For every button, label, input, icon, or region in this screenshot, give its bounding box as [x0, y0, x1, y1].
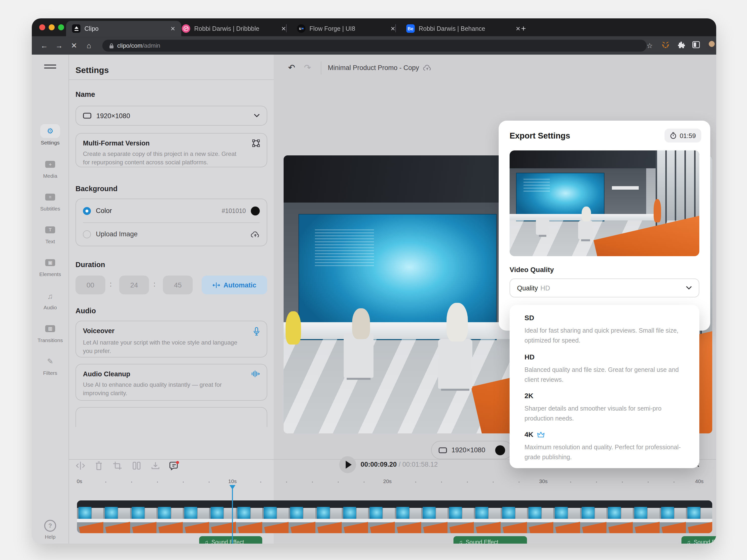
delete-trash-icon[interactable]	[93, 461, 104, 471]
playhead[interactable]	[232, 489, 233, 543]
left-rail: ⚙ Settings ＋ Media ≡ Subtitles T Text ▣ …	[32, 55, 69, 543]
tab-dribbble[interactable]: Robbi Darwis | Dribbble ✕	[177, 21, 291, 36]
color-radio[interactable]	[83, 207, 91, 215]
split-panes-icon[interactable]	[131, 461, 142, 471]
paintbrush-icon: ✎	[40, 354, 60, 368]
export-preview-thumbnail	[510, 151, 699, 256]
duration-seconds-input[interactable]: 45	[163, 275, 193, 294]
current-time: 00:00:09.20	[361, 461, 397, 468]
clipo-favicon	[72, 24, 80, 33]
sidebar-item-transitions[interactable]: ▥ Transitions	[32, 322, 69, 343]
download-icon[interactable]	[150, 461, 161, 471]
tab-behance[interactable]: Be Robbi Darwis | Behance ✕	[401, 21, 525, 36]
profile-avatar[interactable]	[706, 40, 716, 51]
back-icon[interactable]: ←	[37, 41, 52, 50]
close-tab-icon[interactable]: ✕	[170, 25, 175, 32]
duration-section-label: Duration	[76, 261, 105, 269]
background-color-row[interactable]: Color #101010	[83, 199, 260, 222]
extensions-puzzle-icon[interactable]	[677, 41, 687, 50]
background-upload-row[interactable]: Upload Image	[83, 222, 260, 246]
side-panel-icon[interactable]	[692, 41, 701, 50]
trim-split-icon[interactable]	[75, 461, 86, 471]
size-value: 1920×1080	[96, 112, 130, 119]
url-main: clipo/com	[117, 42, 142, 49]
home-icon[interactable]: ⌂	[81, 41, 96, 50]
duration-timer-badge: 01:59	[665, 129, 701, 142]
project-title[interactable]: Minimal Product Promo - Copy	[328, 64, 419, 72]
canvas-size-badge[interactable]: 1920×1080	[431, 441, 513, 459]
forward-icon[interactable]: →	[52, 41, 67, 50]
sidebar-item-subtitles[interactable]: ≡ Subtitles	[32, 190, 69, 212]
comments-icon[interactable]	[169, 461, 180, 471]
quality-select[interactable]: Quality HD	[510, 278, 699, 297]
background-color-dot[interactable]	[495, 445, 505, 455]
url-field[interactable]: clipo/com/admin	[102, 40, 647, 52]
monitor-icon	[439, 447, 447, 453]
bookmark-star-icon[interactable]: ☆	[645, 41, 654, 50]
color-hex-value: #101010	[222, 207, 246, 214]
panel-title: Settings	[76, 65, 109, 76]
tab-title: Flow Forge | UI8	[309, 25, 355, 32]
upload-radio[interactable]	[83, 230, 91, 238]
automatic-duration-button[interactable]: Automatic	[202, 275, 267, 294]
multi-format-card[interactable]: Multi-Format Version Create a separate c…	[76, 133, 267, 167]
sidebar-item-audio[interactable]: ♫ Audio	[32, 289, 69, 310]
new-tab-button[interactable]: +	[521, 21, 526, 36]
crop-icon[interactable]	[112, 461, 123, 471]
hamburger-menu-icon[interactable]	[44, 62, 56, 71]
size-select[interactable]: 1920×1080	[76, 106, 267, 126]
play-button[interactable]	[339, 456, 356, 473]
quality-dropdown-menu: SD Ideal for fast sharing and quick prev…	[510, 305, 699, 468]
sidebar-item-elements[interactable]: ▣ Elements	[32, 256, 69, 277]
sidebar-item-help[interactable]: ? Help	[32, 520, 69, 540]
close-tab-icon[interactable]: ✕	[516, 25, 520, 32]
subtitles-icon: ≡	[40, 190, 60, 204]
video-track[interactable]	[77, 501, 712, 533]
tab-ui8[interactable]: u Flow Forge | UI8 ✕	[292, 21, 400, 36]
duration-controls: 00 : 24 : 45 Automatic	[69, 275, 274, 294]
sound-effect-clip[interactable]: ♫Sound Effect	[681, 536, 716, 543]
tab-title: Clipo	[84, 25, 99, 32]
address-bar: ← → ✕ ⌂ clipo/com/admin ☆ ⋮	[32, 36, 716, 55]
add-media-icon: ＋	[40, 157, 60, 171]
audio-cleanup-card[interactable]: Audio Cleanup Use AI to enhance audio qu…	[76, 364, 267, 401]
duration-minutes-input[interactable]: 24	[119, 275, 149, 294]
undo-icon[interactable]: ↶	[288, 62, 295, 73]
music-note-icon: ♫	[687, 539, 691, 543]
duration-hours-input[interactable]: 00	[76, 275, 105, 294]
sidebar-item-text[interactable]: T Text	[32, 223, 69, 244]
tab-clipo[interactable]: Clipo ✕	[66, 21, 181, 36]
voiceover-card[interactable]: Voiceover Let AI narrate your script wit…	[76, 321, 267, 357]
sidebar-item-filters[interactable]: ✎ Filters	[32, 354, 69, 376]
auto-fit-icon	[212, 282, 220, 288]
color-swatch[interactable]	[251, 206, 260, 215]
help-icon: ?	[44, 520, 56, 532]
stopwatch-icon	[670, 132, 677, 139]
export-panel-title: Export Settings	[510, 131, 570, 140]
total-time: 00:01:58.12	[402, 461, 438, 468]
clipo-app: ⚙ Settings ＋ Media ≡ Subtitles T Text ▣ …	[32, 55, 716, 543]
pro-crown-icon	[537, 431, 545, 437]
sound-effect-clip[interactable]: ♫Sound Effect	[454, 536, 527, 543]
sound-effect-clip[interactable]: ♫Sound Effect	[199, 536, 262, 543]
minimize-window-button[interactable]	[49, 24, 55, 30]
multi-format-frame-icon	[252, 139, 260, 147]
sidebar-item-settings[interactable]: ⚙ Settings	[32, 124, 69, 145]
behance-favicon: Be	[406, 24, 415, 33]
url-path: /admin	[142, 42, 160, 49]
metamask-extension-icon[interactable]	[662, 41, 671, 50]
close-window-button[interactable]	[39, 24, 45, 30]
timeline-ruler[interactable]: 0s 10s 20s 30s 40s	[32, 478, 712, 486]
tab-strip: Clipo ✕ Robbi Darwis | Dribbble ✕ u Flow…	[32, 18, 716, 36]
close-tab-icon[interactable]: ✕	[281, 25, 286, 32]
stop-icon[interactable]: ✕	[67, 41, 81, 50]
music-note-icon: ♫	[204, 539, 208, 543]
redo-icon[interactable]: ↷	[304, 62, 311, 73]
background-card: Color #101010 Upload Image	[76, 198, 267, 246]
dribbble-favicon	[182, 24, 190, 33]
microphone-icon	[253, 327, 260, 336]
maximize-window-button[interactable]	[58, 24, 64, 30]
close-tab-icon[interactable]: ✕	[390, 25, 395, 32]
monitor-icon	[83, 113, 92, 119]
sidebar-item-media[interactable]: ＋ Media	[32, 157, 69, 179]
